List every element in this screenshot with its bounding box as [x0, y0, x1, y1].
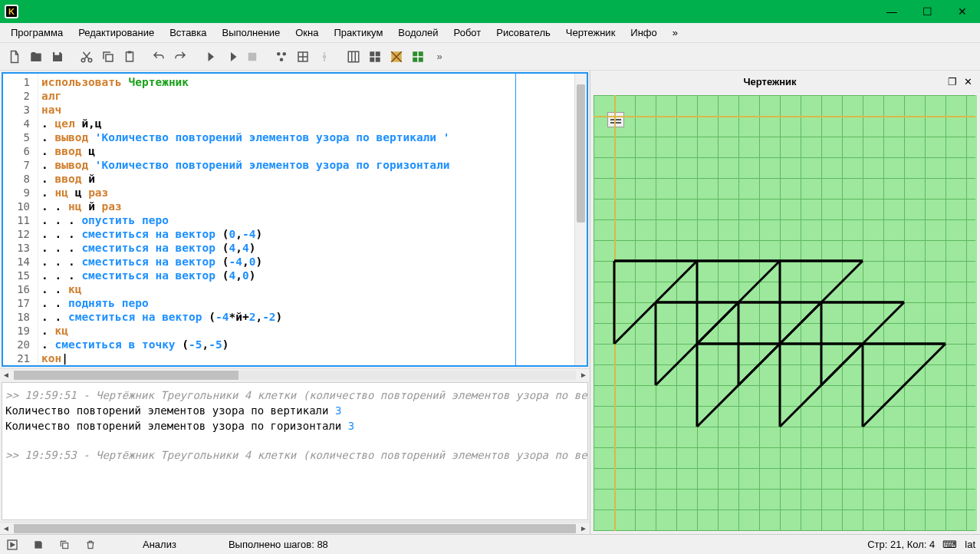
svg-point-7 — [283, 52, 287, 56]
svg-rect-11 — [348, 51, 359, 62]
menu-Вставка[interactable]: Вставка — [163, 25, 212, 41]
margin-line — [515, 74, 516, 365]
maximize-button[interactable]: ☐ — [909, 0, 945, 23]
menu-Водолей[interactable]: Водолей — [392, 25, 444, 41]
svg-rect-3 — [127, 52, 133, 61]
new-file-icon[interactable] — [5, 47, 25, 67]
statusbar: Анализ Выполнено шагов: 88 Стр: 21, Кол:… — [0, 534, 980, 554]
panel4-icon[interactable] — [408, 47, 428, 67]
step-icon[interactable] — [221, 47, 241, 67]
menu-Робот[interactable]: Робот — [448, 25, 488, 41]
menu-Чертежник[interactable]: Чертежник — [560, 25, 622, 41]
cut-icon[interactable] — [77, 47, 97, 67]
svg-rect-13 — [376, 51, 380, 56]
status-run-icon[interactable] — [5, 537, 20, 552]
status-cursor-pos: Стр: 21, Кол: 4 — [867, 539, 935, 550]
console-output[interactable]: >> 19:59:51 - Чертёжник Треугольники 4 к… — [2, 382, 588, 520]
console-hscrollbar[interactable]: ◄► — [0, 522, 590, 534]
copy-icon[interactable] — [98, 47, 118, 67]
open-file-icon[interactable] — [26, 47, 46, 67]
stop-icon[interactable] — [242, 47, 262, 67]
status-save-icon[interactable] — [31, 537, 46, 552]
line-gutter: 123456789101112131415161718192021 — [3, 74, 38, 365]
svg-rect-4 — [128, 51, 132, 53]
undo-icon[interactable] — [149, 47, 169, 67]
restore-icon[interactable]: ❐ — [945, 74, 960, 89]
menubar: ПрограммаРедактированиеВставкаВыполнение… — [0, 23, 980, 43]
status-trash-icon[interactable] — [83, 537, 98, 552]
svg-point-6 — [277, 52, 281, 56]
close-button[interactable]: ✕ — [945, 0, 980, 23]
status-steps: Выполнено шагов: 88 — [229, 539, 328, 550]
panel3-icon[interactable] — [386, 47, 406, 67]
tool3-icon[interactable] — [314, 47, 334, 67]
editor-hscrollbar[interactable]: ◄► — [0, 368, 590, 381]
svg-line-51 — [863, 344, 945, 427]
panel1-icon[interactable] — [344, 47, 363, 67]
menu-Рисователь[interactable]: Рисователь — [490, 25, 556, 41]
status-lang: lat — [965, 539, 975, 550]
svg-rect-55 — [63, 542, 68, 548]
status-copy-icon[interactable] — [57, 537, 72, 552]
menu-»[interactable]: » — [666, 25, 684, 41]
console-log-line: >> 19:59:51 - Чертёжник Треугольники 4 к… — [5, 387, 584, 403]
tool1-icon[interactable] — [271, 47, 291, 67]
more-tools-icon[interactable]: » — [429, 47, 449, 67]
svg-rect-5 — [248, 52, 257, 61]
close-panel-icon[interactable]: ✕ — [960, 74, 975, 89]
menu-Выполнение[interactable]: Выполнение — [215, 25, 286, 41]
minimize-button[interactable]: — — [874, 0, 909, 23]
svg-point-8 — [280, 58, 284, 61]
titlebar: K — ☐ ✕ — [0, 0, 980, 23]
save-icon[interactable] — [48, 47, 67, 67]
code-area[interactable]: использовать Чертежникалгнач. цел й,ц. в… — [38, 74, 574, 365]
redo-icon[interactable] — [170, 47, 190, 67]
svg-rect-12 — [370, 51, 374, 56]
keyboard-icon[interactable]: ⌨ — [942, 539, 957, 550]
tool2-icon[interactable] — [293, 47, 313, 67]
code-editor[interactable]: 123456789101112131415161718192021 исполь… — [2, 72, 588, 367]
menu-Окна[interactable]: Окна — [289, 25, 324, 41]
panel2-icon[interactable] — [365, 47, 385, 67]
menu-Программа[interactable]: Программа — [5, 25, 69, 41]
menu-Инфо[interactable]: Инфо — [624, 25, 663, 41]
svg-point-10 — [324, 55, 326, 58]
run-icon[interactable] — [199, 47, 219, 67]
toolbar: » — [0, 43, 980, 71]
svg-rect-15 — [376, 57, 380, 61]
drawing-canvas[interactable] — [594, 95, 977, 531]
editor-vscrollbar[interactable] — [574, 74, 587, 365]
svg-rect-14 — [370, 57, 374, 61]
paste-icon[interactable] — [120, 47, 140, 67]
menu-Редактирование[interactable]: Редактирование — [72, 25, 160, 41]
status-phase: Анализ — [143, 539, 176, 550]
drawer-header: Чертежник ❐ ✕ — [590, 71, 980, 92]
menu-Практикум[interactable]: Практикум — [327, 25, 389, 41]
console-out-line: Количество повторений элементов узора по… — [5, 403, 584, 418]
console-out-line: Количество повторений элементов узора по… — [5, 418, 584, 434]
svg-rect-2 — [106, 54, 113, 61]
app-icon: K — [5, 5, 18, 18]
drawer-title: Чертежник — [595, 76, 945, 87]
console-log-line: >> 19:59:53 - Чертёжник Треугольники 4 к… — [5, 447, 584, 463]
